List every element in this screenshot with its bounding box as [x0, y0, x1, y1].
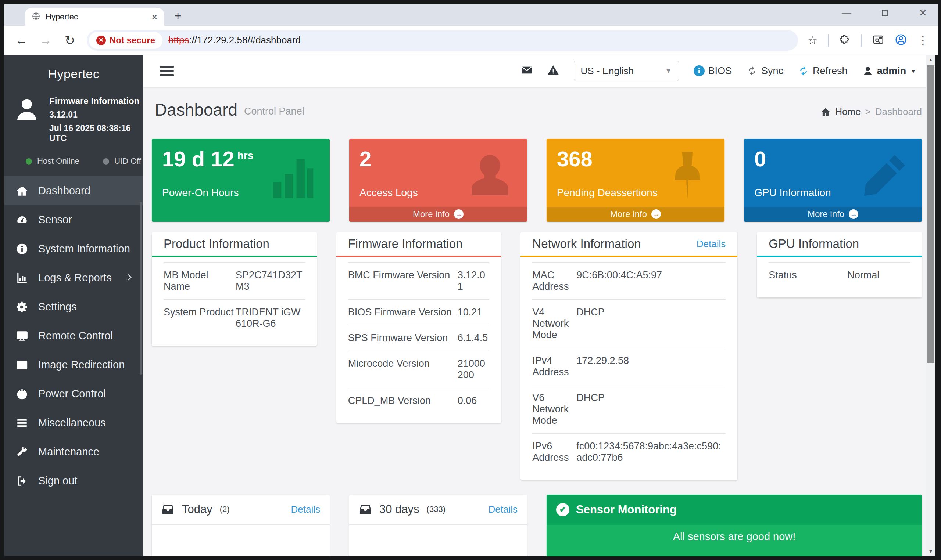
extensions-icon[interactable] — [839, 34, 851, 47]
bios-button[interactable]: i BIOS — [694, 65, 732, 77]
info-icon — [15, 242, 29, 255]
user-menu[interactable]: admin ▼ — [862, 65, 916, 77]
card-value: 19 d 12hrs — [162, 147, 319, 171]
breadcrumb: Home > Dashboard — [821, 106, 922, 120]
refresh-button[interactable]: Refresh — [798, 65, 848, 77]
panel-title: Network Information — [532, 237, 697, 251]
more-info-link[interactable]: More info → — [547, 207, 725, 222]
page-scrollbar[interactable]: ▲ ▼ — [926, 55, 935, 556]
scroll-down-icon[interactable]: ▼ — [926, 547, 935, 556]
monitor-icon — [15, 329, 29, 343]
not-secure-chip[interactable]: ✕ Not secure — [89, 32, 162, 49]
sidebar-item[interactable]: Settings — [5, 292, 143, 321]
table-row: System ProductTRIDENT iGW610R-G6 — [164, 299, 305, 336]
firmware-information-panel: Firmware Information BMC Firmware Versio… — [336, 232, 501, 423]
alerts-warning-icon[interactable] — [547, 64, 559, 77]
network-details-link[interactable]: Details — [697, 238, 726, 250]
new-tab-button[interactable]: + — [171, 9, 185, 23]
stat-card: 2 Access Logs More info → — [349, 139, 527, 222]
window-maximize-icon[interactable] — [879, 7, 890, 19]
today-details-link[interactable]: Details — [291, 504, 320, 515]
more-info-link[interactable]: More info → — [744, 207, 922, 222]
bars-icon — [15, 417, 29, 430]
sidebar: Hypertec Firmware Information 3.12.01 Ju… — [5, 55, 143, 556]
uid-off-dot — [103, 158, 109, 165]
bookmark-star-icon[interactable]: ☆ — [808, 34, 818, 47]
gpu-information-panel: GPU Information StatusNormal — [757, 232, 922, 297]
table-row: StatusNormal — [768, 262, 910, 288]
breadcrumb-home[interactable]: Home — [835, 106, 861, 117]
window-minimize-icon[interactable]: — — [841, 7, 852, 19]
home-icon — [15, 185, 29, 198]
scroll-up-icon[interactable]: ▲ — [926, 55, 935, 65]
sidebar-item[interactable]: Sign out — [5, 466, 143, 495]
address-bar[interactable]: ✕ Not secure https://172.29.2.58/#dashbo… — [87, 30, 798, 51]
sidebar-item[interactable]: Sensor — [5, 205, 143, 234]
host-status: Host Online — [26, 157, 79, 166]
scrollbar-thumb[interactable] — [927, 65, 934, 363]
browser-tab[interactable]: Hypertec × — [25, 8, 164, 26]
sidebar-item[interactable]: Maintenance — [5, 437, 143, 466]
browser-urlbar: ← → ↻ ✕ Not secure https://172.29.2.58/#… — [5, 26, 938, 55]
language-select[interactable]: US - English ▼ — [574, 61, 679, 81]
sensor-monitoring-title: Sensor Monitoring — [576, 503, 677, 516]
table-row: CPLD_MB Version0.06 — [348, 388, 490, 414]
stat-card: 368 Pending Deassertions More info → — [547, 139, 725, 222]
stat-card: 0 GPU Information More info → — [744, 139, 922, 222]
forward-icon[interactable]: → — [38, 33, 53, 48]
network-information-panel: Network Information Details MAC Address9… — [520, 232, 737, 480]
arrow-circle-right-icon: → — [651, 209, 661, 219]
table-row: MB Model NameSP2C741D32TM3 — [164, 262, 305, 299]
profile-icon[interactable] — [895, 34, 907, 48]
30days-details-link[interactable]: Details — [489, 504, 518, 515]
table-row: SPS Firmware Version6.1.4.5 — [348, 325, 490, 351]
gauge-icon — [15, 213, 29, 226]
check-circle-icon: ✔ — [556, 503, 569, 516]
panel-title: Product Information — [164, 237, 305, 251]
user-caret-icon: ▼ — [910, 68, 916, 74]
breadcrumb-current: Dashboard — [875, 106, 922, 117]
chart-icon — [15, 271, 29, 285]
sidebar-item[interactable]: Image Redirection — [5, 350, 143, 379]
card-label: Pending Deassertions — [557, 187, 714, 198]
top-toolbar: US - English ▼ i BIOS Sync — [143, 55, 938, 87]
browser-window: Hypertec × + — ✕ ← → ↻ ✕ Not secure http… — [5, 5, 938, 556]
sidebar-item[interactable]: Dashboard — [5, 176, 143, 205]
browser-tabbar: Hypertec × + — ✕ — [5, 5, 938, 26]
firmware-information-link[interactable]: Firmware Information — [49, 96, 143, 106]
sidebar-scrollbar[interactable] — [140, 202, 142, 375]
tab-close-icon[interactable]: × — [152, 12, 157, 22]
page-subtitle: Control Panel — [244, 106, 304, 120]
user-icon — [862, 65, 873, 76]
sidebar-item[interactable]: Remote Control — [5, 321, 143, 350]
sync-icon — [747, 65, 757, 76]
sidebar-item[interactable]: Power Control — [5, 379, 143, 408]
messages-envelope-icon[interactable] — [521, 64, 533, 77]
product-information-panel: Product Information MB Model NameSP2C741… — [152, 232, 317, 346]
back-icon[interactable]: ← — [14, 33, 29, 48]
sidebar-item[interactable]: Miscellaneous — [5, 408, 143, 437]
card-label: GPU Information — [754, 187, 912, 198]
browser-menu-icon[interactable]: ⋮ — [918, 34, 929, 47]
card-label: Power-On Hours — [162, 187, 319, 198]
stat-cards: 19 d 12hrs Power-On Hours → — [152, 139, 922, 222]
hamburger-menu-icon[interactable] — [160, 66, 174, 76]
sync-button[interactable]: Sync — [747, 65, 783, 77]
search-tabs-icon[interactable] — [872, 34, 884, 48]
sidebar-item[interactable]: System Information — [5, 234, 143, 263]
sidebar-item[interactable]: Logs & Reports — [5, 263, 143, 292]
gear-icon — [15, 300, 29, 314]
arrow-circle-right-icon: → — [454, 209, 464, 219]
tab-title: Hypertec — [46, 12, 147, 22]
more-info-link[interactable]: More info → — [349, 207, 527, 222]
events-today-count: (2) — [220, 505, 230, 514]
card-value: 2 — [359, 147, 517, 171]
events-today-panel: Today (2) Details — [152, 495, 330, 556]
dashboard-content: Dashboard Control Panel Home > Dashboard — [143, 87, 938, 556]
reload-icon[interactable]: ↻ — [62, 33, 77, 48]
table-row: Microcode Version21000200 — [348, 351, 490, 388]
table-row: V6 Network ModeDHCP — [532, 385, 726, 433]
table-row: IPv4 Address172.29.2.58 — [532, 348, 726, 385]
inbox-icon — [359, 503, 372, 516]
window-close-icon[interactable]: ✕ — [918, 7, 929, 19]
